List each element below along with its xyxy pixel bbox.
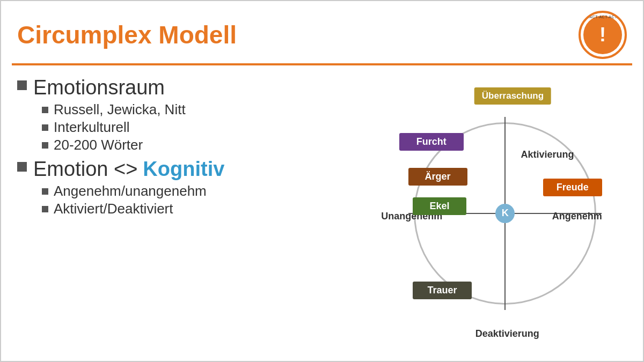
sub-marker-1 xyxy=(42,107,48,113)
logo: ! www.ACT-ACT-ACT.com xyxy=(579,11,627,59)
sub-marker-3 xyxy=(42,142,48,149)
page-title: Circumplex Modell xyxy=(17,20,237,49)
bullet-marker-2 xyxy=(17,162,27,172)
logo-exclaim-icon: ! xyxy=(599,25,606,45)
label-angenehm: Angenehm xyxy=(552,211,602,222)
sub-marker-2 xyxy=(42,124,48,131)
sub-marker-4 xyxy=(42,188,48,195)
sub-angenehm-text: Angenehm/unangenehm xyxy=(54,183,207,200)
content-area: Emotionsraum Russell, Jewicka, Nitt Inte… xyxy=(1,65,643,361)
emotion-kognitiv-line: Emotion <> Kognitiv xyxy=(33,158,224,181)
sub-russell-text: Russell, Jewicka, Nitt xyxy=(54,101,186,118)
label-aktivierung: Aktivierung xyxy=(521,149,574,160)
bullet-marker-1 xyxy=(17,80,27,90)
center-k-marker: K xyxy=(495,204,515,223)
bullet-emotionsraum: Emotionsraum xyxy=(17,76,355,99)
box-trauer: Trauer xyxy=(413,282,472,299)
sub-aktiviert-text: Aktiviert/Deaktiviert xyxy=(54,201,173,217)
logo-text: www.ACT-ACT-ACT.com xyxy=(580,15,626,19)
sub-interkulturell-text: Interkulturell xyxy=(54,119,130,136)
box-aerger: Ärger xyxy=(408,168,467,186)
right-panel: K Aktivierung Deaktivierung Angenehm Una… xyxy=(355,71,632,356)
bullet-emotion: Emotion <> Kognitiv xyxy=(17,158,355,181)
sub-russell: Russell, Jewicka, Nitt xyxy=(42,101,355,118)
circumplex-diagram: K Aktivierung Deaktivierung Angenehm Una… xyxy=(381,79,606,348)
emotionsraum-subbullets: Russell, Jewicka, Nitt Interkulturell 20… xyxy=(42,101,355,154)
box-freude: Freude xyxy=(543,179,602,196)
sub-woerter: 20-200 Wörter xyxy=(42,137,355,153)
emotion-prefix: Emotion <> xyxy=(33,158,137,181)
emotionsraum-label: Emotionsraum xyxy=(33,76,165,99)
label-deaktivierung: Deaktivierung xyxy=(475,328,539,339)
sub-woerter-text: 20-200 Wörter xyxy=(54,137,143,153)
box-ueberraschung: Überraschung xyxy=(474,87,551,105)
header: Circumplex Modell ! www.ACT-ACT-ACT.com xyxy=(1,1,643,63)
box-ekel: Ekel xyxy=(413,197,466,215)
kognitiv-label: Kognitiv xyxy=(143,158,224,181)
sub-interkulturell: Interkulturell xyxy=(42,119,355,136)
left-panel: Emotionsraum Russell, Jewicka, Nitt Inte… xyxy=(17,71,355,356)
sub-angenehm: Angenehm/unangenehm xyxy=(42,183,355,200)
sub-aktiviert: Aktiviert/Deaktiviert xyxy=(42,201,355,217)
emotion-subbullets: Angenehm/unangenehm Aktiviert/Deaktivier… xyxy=(42,183,355,218)
sub-marker-5 xyxy=(42,206,48,212)
slide: Circumplex Modell ! www.ACT-ACT-ACT.com … xyxy=(0,0,644,362)
box-furcht: Furcht xyxy=(399,133,464,151)
